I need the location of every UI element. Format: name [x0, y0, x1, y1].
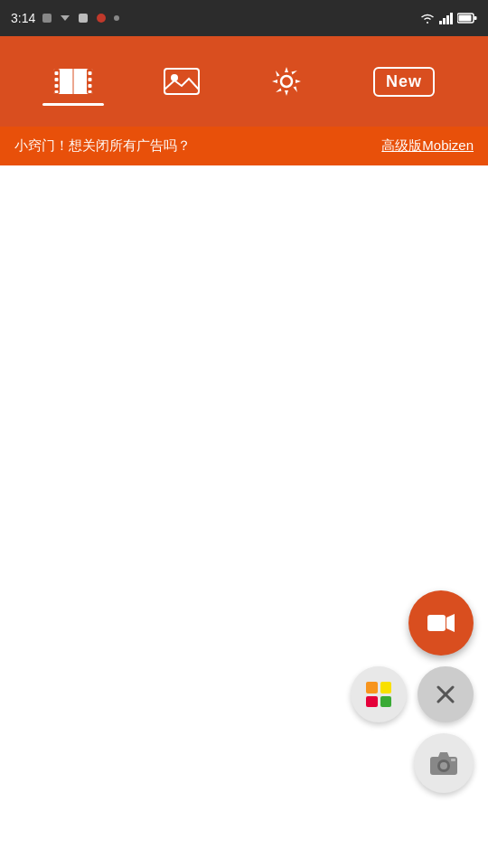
grid-sq-4 — [380, 696, 392, 708]
svg-rect-8 — [450, 13, 453, 24]
grid-sq-1 — [366, 682, 378, 693]
svg-point-33 — [440, 762, 447, 769]
svg-rect-14 — [54, 71, 58, 75]
new-label: New — [373, 67, 435, 97]
svg-point-4 — [114, 15, 119, 21]
time-display: 3:14 — [11, 11, 35, 25]
svg-rect-17 — [54, 90, 58, 93]
status-left: 3:14 — [11, 11, 120, 25]
svg-rect-20 — [88, 78, 91, 81]
status-right — [419, 12, 477, 24]
svg-rect-0 — [42, 14, 52, 23]
svg-rect-34 — [451, 759, 455, 761]
banner-link[interactable]: 高级版Mobizen — [381, 137, 474, 155]
svg-rect-22 — [88, 90, 91, 93]
record-button[interactable] — [408, 590, 474, 656]
video-record-icon — [427, 609, 455, 637]
close-icon — [434, 683, 457, 706]
main-content — [0, 165, 488, 865]
svg-rect-19 — [88, 71, 91, 75]
svg-point-3 — [97, 14, 106, 23]
status-bar: 3:14 — [0, 0, 488, 36]
wifi-icon — [419, 12, 436, 24]
fab-container — [351, 590, 474, 793]
app-icon-m — [95, 12, 108, 24]
banner-text: 小窍门！想关闭所有广告吗？ — [14, 137, 191, 155]
svg-rect-21 — [88, 84, 91, 88]
close-button[interactable] — [418, 666, 474, 722]
grid-sq-3 — [366, 696, 378, 708]
svg-rect-10 — [459, 15, 472, 22]
film-strip-icon — [53, 66, 93, 97]
tab-new[interactable]: New — [362, 61, 446, 102]
tab-gallery[interactable] — [153, 61, 211, 102]
toolbar: New — [0, 36, 488, 127]
svg-rect-27 — [427, 615, 446, 631]
dot-indicator — [113, 14, 120, 22]
grid-icon — [366, 682, 391, 707]
svg-rect-2 — [79, 14, 88, 23]
svg-rect-7 — [446, 15, 449, 24]
camera-icon — [429, 750, 458, 776]
tab-videos[interactable] — [42, 61, 104, 102]
gallery-icon — [164, 66, 200, 97]
app-icon-a — [77, 12, 89, 24]
svg-rect-5 — [439, 21, 442, 24]
tab-settings[interactable] — [259, 60, 314, 103]
ad-banner[interactable]: 小窍门！想关闭所有广告吗？ 高级版Mobizen — [0, 127, 488, 165]
battery-icon — [457, 13, 477, 24]
svg-rect-11 — [474, 16, 477, 20]
svg-rect-24 — [164, 69, 199, 94]
signal-icon — [439, 12, 454, 24]
settings-icon — [270, 65, 303, 98]
download-icon — [59, 12, 71, 24]
grid-sq-2 — [380, 682, 392, 693]
svg-marker-1 — [61, 15, 70, 21]
svg-point-26 — [281, 76, 292, 87]
apps-button[interactable] — [351, 666, 407, 722]
svg-rect-15 — [54, 78, 58, 81]
notification-icon — [41, 12, 53, 24]
svg-rect-16 — [54, 84, 58, 88]
fab-middle-row — [351, 666, 474, 722]
camera-button[interactable] — [414, 733, 474, 793]
svg-marker-28 — [446, 614, 455, 632]
svg-rect-6 — [443, 18, 446, 24]
